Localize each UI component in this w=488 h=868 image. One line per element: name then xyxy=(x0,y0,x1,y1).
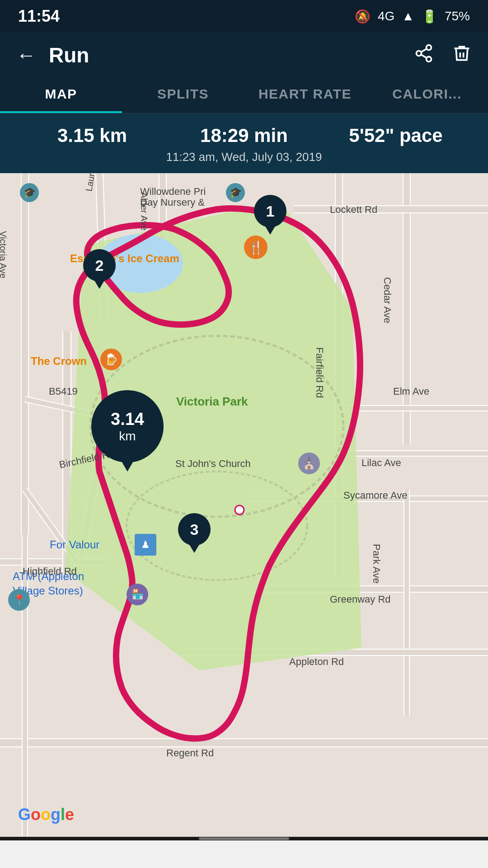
home-indicator xyxy=(199,837,289,840)
bar-icon: 🍺 xyxy=(100,349,122,370)
svg-point-48 xyxy=(235,505,244,514)
mute-icon: 🔕 xyxy=(355,9,371,24)
signal-icon: ▲ xyxy=(402,9,414,24)
app-bar-left: ← Run xyxy=(16,43,89,67)
status-bar: 11:54 🔕 4G ▲ 🔋 75% xyxy=(0,0,488,33)
app-title: Run xyxy=(49,43,89,67)
tab-map[interactable]: MAP xyxy=(0,78,122,113)
delete-button[interactable] xyxy=(452,43,472,67)
school-icon2: 🎓 xyxy=(20,183,39,202)
tab-heart-rate[interactable]: HEART RATE xyxy=(244,78,366,113)
back-button[interactable]: ← xyxy=(16,44,36,66)
monument-icon: ♟ xyxy=(135,534,156,556)
location-icon1: 📍 xyxy=(8,589,30,611)
svg-point-0 xyxy=(427,45,432,50)
tab-calories[interactable]: CALORI... xyxy=(366,78,488,113)
tabs: MAP SPLITS HEART RATE CALORI... xyxy=(0,78,488,114)
map-background xyxy=(0,173,488,837)
google-logo: Google xyxy=(18,805,74,824)
signal-label: 4G xyxy=(378,9,394,24)
stat-distance: 3.15 km xyxy=(16,125,168,146)
share-button[interactable] xyxy=(414,43,434,67)
app-bar-right xyxy=(414,43,472,67)
food-icon: 🍴 xyxy=(244,236,267,259)
svg-line-4 xyxy=(421,48,427,52)
route-pin-1: 1 xyxy=(254,195,286,231)
distance-unit: km xyxy=(119,429,136,443)
tab-splits[interactable]: SPLITS xyxy=(122,78,244,113)
battery-icon: 🔋 xyxy=(422,9,437,24)
school-icon1: 🎓 xyxy=(226,183,245,202)
distance-bubble: 3.14 km xyxy=(91,390,164,462)
church-icon: ⛪ xyxy=(298,453,320,474)
stats-row: 3.15 km 18:29 min 5'52" pace xyxy=(16,125,472,146)
stat-pace: 5'52" pace xyxy=(320,125,472,146)
bottom-bar xyxy=(0,837,488,840)
route-pin-3: 3 xyxy=(178,513,211,549)
stat-time: 18:29 min xyxy=(168,125,320,146)
status-time: 11:54 xyxy=(18,7,60,26)
shop-icon: 🏪 xyxy=(127,584,148,605)
battery-label: 75% xyxy=(445,9,470,24)
map-container[interactable]: Willowdene Pri Day Nursery & Esposito's … xyxy=(0,173,488,837)
stats-bar: 3.15 km 18:29 min 5'52" pace 11:23 am, W… xyxy=(0,114,488,173)
svg-line-3 xyxy=(421,54,427,57)
route-pin-2: 2 xyxy=(83,249,116,285)
stats-date: 11:23 am, Wed, July 03, 2019 xyxy=(16,150,472,164)
distance-value: 3.14 xyxy=(111,410,144,429)
status-icons: 🔕 4G ▲ 🔋 75% xyxy=(355,9,470,24)
app-bar: ← Run xyxy=(0,33,488,78)
svg-point-2 xyxy=(427,57,432,61)
svg-point-1 xyxy=(417,51,422,56)
